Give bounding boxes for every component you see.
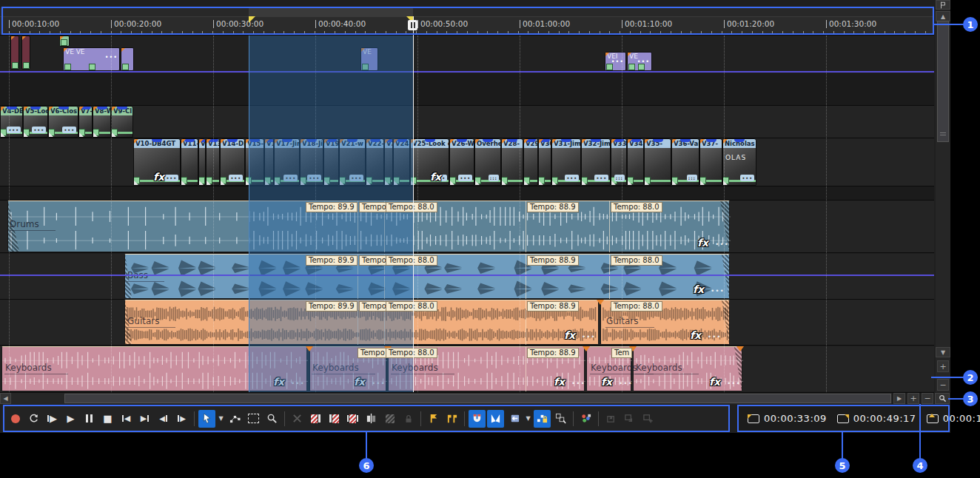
selection-start-timecode[interactable]: 00:00:33:09 [748,413,827,424]
video-event-clip[interactable]: V30 [538,138,551,186]
event-fx-badge[interactable]: fx [564,330,575,340]
event-menu-dots[interactable]: ••• [740,175,754,181]
envelope-handle[interactable] [12,62,19,69]
previous-frame-button[interactable]: ◀ [155,410,172,428]
event-fx-badge[interactable]: fx [430,172,441,182]
video-event-clip[interactable]: V33-B::: [611,138,627,186]
tempo-marker[interactable]: Tempo: 89.9 [306,301,358,312]
event-menu-dots[interactable]: ••• [62,127,76,133]
tempo-marker[interactable]: Tempo [359,255,389,266]
event-menu-dots[interactable]: ::: [687,175,697,181]
event-menu-dots[interactable]: ••• [594,175,608,181]
mini-event-clip[interactable]: VE••• [627,52,652,71]
event-fx-badge[interactable]: fx [693,284,704,294]
video-event-clip[interactable]: V5-Loo••• [23,106,48,138]
video-event-clip[interactable]: V32-Jim••• [581,138,611,186]
insert-region-button[interactable] [443,410,460,428]
video-event-clip[interactable]: V26-Wa••• [449,138,474,186]
event-fx-badge[interactable]: fx [709,377,720,387]
event-menu-dots[interactable]: ••• [458,175,472,181]
next-frame-button[interactable]: ▶ [173,410,190,428]
play-from-start-button[interactable]: ▶ [44,410,61,428]
record-button[interactable] [7,410,24,428]
event-mute-button[interactable] [381,410,398,428]
video-event-clip[interactable]: V35- [644,138,671,186]
event-fx-badge[interactable]: fx [601,377,612,387]
normal-edit-tool-button[interactable] [198,410,215,428]
insert-event-button[interactable] [640,410,657,428]
tempo-marker[interactable]: Tempo: 88.0 [386,348,437,358]
video-event-clip[interactable]: V31-Jim••• [551,138,581,186]
paste-event-attributes-button[interactable] [603,410,620,428]
hscroll-left-arrow[interactable]: ◀ [0,393,11,404]
event-fx-badge[interactable]: fx [690,330,701,340]
video-event-clip[interactable]: V9-Cl [111,106,133,138]
event-fx-badge[interactable]: fx [697,238,708,248]
tempo-marker[interactable]: Tempo: 88.9 [527,348,579,358]
trim-end-button[interactable] [326,410,343,428]
loop-playback-button[interactable] [25,410,42,428]
video-event-clip[interactable]: V7- [78,106,93,138]
play-button[interactable]: ▶ [62,410,79,428]
video-event-clip[interactable]: Overhe::: [474,138,501,186]
tempo-marker[interactable]: Tempo: 88.0 [386,255,437,266]
tempo-marker[interactable]: Tempo [359,301,389,312]
loop-region-bar[interactable] [0,7,934,16]
zoom-edit-tool-button[interactable] [264,410,281,428]
tempo-marker[interactable]: Tempo: 88.0 [386,202,437,212]
mini-event-clip[interactable] [10,36,19,70]
timeline-zoom-in-button[interactable]: + [907,393,919,404]
vscroll-down-arrow[interactable]: ▼ [936,347,950,357]
trim-event-button[interactable] [344,410,361,428]
track-height-zoom-in-button[interactable]: + [937,360,949,372]
mini-event-clip[interactable] [59,36,70,47]
pause-button[interactable] [81,410,98,428]
event-fx-badge[interactable]: fx [554,377,565,387]
track-height-zoom-out-button[interactable]: − [937,379,949,391]
video-event-clip[interactable]: V37- [699,138,722,186]
tempo-marker[interactable]: Tempo: 88.9 [527,202,579,212]
event-menu-dots[interactable]: ••• [711,288,725,294]
event-menu-dots[interactable]: ••• [164,175,178,181]
lock-event-button[interactable] [400,410,417,428]
video-event-clip[interactable]: V34 [627,138,644,186]
tempo-marker[interactable]: Tempo: 88.0 [611,301,662,312]
bus-envelope-line[interactable] [0,275,934,276]
mini-event-clip[interactable]: VEI••• [605,52,626,71]
stop-button[interactable]: ■ [99,410,116,428]
insert-marker-button[interactable] [425,410,442,428]
hscroll-thumb[interactable] [64,394,891,403]
envelope-handle[interactable] [64,64,71,70]
video-event-clip[interactable]: V8-W [93,106,111,138]
selection-end-timecode[interactable]: 00:00:49:17 [837,413,916,424]
event-menu-dots[interactable]: ••• [715,241,729,248]
video-event-clip[interactable]: V11- [181,138,198,186]
event-menu-dots[interactable]: ••• [229,175,243,181]
selectively-paste-attributes-button[interactable] [621,410,638,428]
mini-event-clip[interactable] [21,36,30,70]
playhead-handle[interactable] [408,20,417,30]
envelope-edit-tool-button[interactable] [226,410,244,428]
video-event-clip[interactable]: V36-Var::: [671,138,699,186]
video-event-clip[interactable]: V29 [523,138,538,186]
auto-ripple-button[interactable] [487,410,504,428]
selection-edit-tool-button[interactable] [245,410,262,428]
timeline-zoom-out-button[interactable]: − [922,393,933,404]
tempo-marker[interactable]: Tempo [358,348,388,358]
event-fx-badge[interactable]: fx [153,172,164,182]
tempo-marker[interactable]: Tempo: 88.0 [386,301,437,312]
delete-button[interactable] [289,410,306,428]
tempo-marker[interactable]: Tempo: 89.9 [306,202,358,212]
envelope-handle[interactable] [61,39,67,46]
lock-envelopes-button[interactable] [534,410,551,428]
video-event-clip[interactable]: V25-Look do•••fx [410,138,449,186]
event-menu-dots[interactable]: ••• [582,334,596,340]
bus-envelope-line[interactable] [0,71,934,73]
envelope-handle[interactable] [628,64,635,70]
vscroll-up-arrow[interactable]: ▲ [936,11,950,21]
event-menu-dots[interactable]: ::: [489,175,499,181]
event-menu-dots[interactable]: ••• [32,127,46,133]
trim-start-button[interactable] [307,410,324,428]
tempo-marker[interactable]: Tem [611,348,632,358]
event-menu-dots[interactable]: ::: [614,175,625,181]
